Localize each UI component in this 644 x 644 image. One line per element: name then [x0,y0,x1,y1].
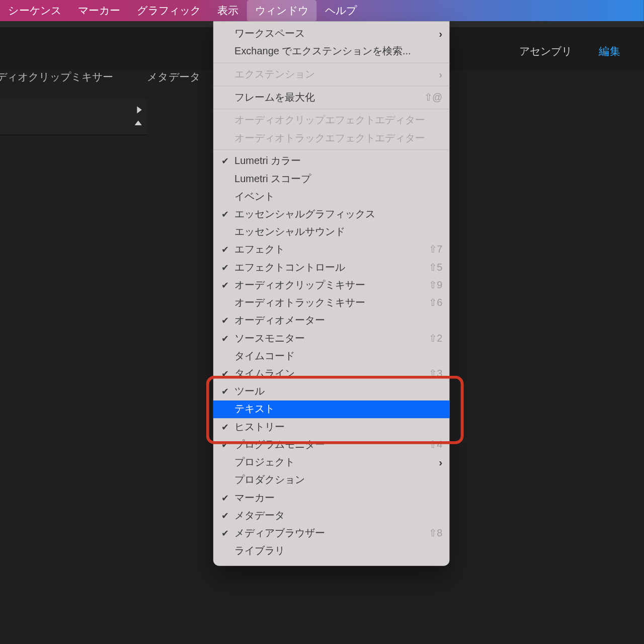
menu-item-label: オーディオメーター [234,315,325,326]
menu-item-label: タイムライン [234,368,295,379]
menu-shortcut: ⇧3 [429,365,443,383]
menu-item-label: テキスト [234,404,275,415]
menu-item-label: ツール [234,386,265,397]
menubar: シーケンス マーカー グラフィック 表示 ウィンドウ ヘルプ [0,0,644,21]
menu-item-label: ヒストリー [234,421,285,432]
check-icon: ✔ [221,276,229,294]
menu-shortcut: ⇧5 [429,259,443,276]
panel-tab-audio-clip-mixer[interactable]: ーディオクリップミキサー [0,70,113,84]
menu-item-markers[interactable]: ✔ マーカー [213,489,450,507]
chevron-right-icon: › [439,25,442,42]
menu-item-label: エッセンシャルサウンド [234,226,345,237]
check-icon: ✔ [221,383,229,400]
menu-item-history[interactable]: ✔ ヒストリー [213,418,450,436]
disclosure-up-icon[interactable] [135,120,142,125]
check-icon: ✔ [221,259,229,276]
menu-item-audio-track-effect-editor: オーディオトラックエフェクトエディター [213,129,450,147]
menu-item-maximize-frame[interactable]: フレームを最大化 ⇧@ [213,89,450,106]
check-icon: ✔ [221,206,229,223]
menu-item-label: オーディオトラックミキサー [234,297,365,308]
menu-item-metadata[interactable]: ✔ メタデータ [213,507,450,524]
menu-item-events[interactable]: イベント [213,188,450,205]
menu-item-label: メディアブラウザー [234,527,325,538]
menu-item-lumetri-color[interactable]: ✔ Lumetri カラー [213,152,450,170]
disclosure-right-icon[interactable] [137,106,141,113]
menu-item-label: エッセンシャルグラフィックス [234,208,375,219]
menu-shortcut: ⇧7 [429,241,443,259]
menu-item-library[interactable]: ライブラリ [213,542,450,560]
workspace-edit[interactable]: 編集 [599,44,620,58]
menu-item-text[interactable]: テキスト [213,400,450,418]
menu-separator [213,109,450,109]
menu-item-project[interactable]: プロジェクト › [213,454,450,471]
panel-tabs: ーディオクリップミキサー メタデータ [0,70,231,94]
menu-item-label: オーディオクリップミキサー [234,279,365,290]
menu-item-production[interactable]: プロダクション [213,471,450,489]
menu-item-timeline[interactable]: ✔ タイムライン ⇧3 [213,365,450,383]
menu-shortcut: ⇧2 [429,330,443,347]
panel-tab-metadata[interactable]: メタデータ [147,70,200,84]
menu-item-audio-clip-effect-editor: オーディオクリップエフェクトエディター [213,112,450,129]
menu-item-label: プログラムモニター [234,439,325,450]
check-icon: ✔ [221,489,229,507]
menu-item-label: プロダクション [234,474,305,486]
menu-item-search-extensions[interactable]: Exchange でエクステンションを検索... [213,43,450,60]
menu-item-label: Exchange でエクステンションを検索... [234,45,411,56]
menu-item-program-monitor[interactable]: ✔ プログラムモニター ⇧4 [213,436,450,453]
menu-shortcut: ⇧8 [429,525,443,542]
workspace-links: アセンブリ 編集 [519,44,644,58]
menu-item-audio-clip-mixer[interactable]: ✔ オーディオクリップミキサー ⇧9 [213,276,450,294]
chevron-right-icon: › [439,65,442,83]
menu-item-label: ソースモニター [234,333,305,344]
menu-graphic[interactable]: グラフィック [129,0,209,21]
menu-item-label: オーディオトラックエフェクトエディター [234,132,425,143]
check-icon: ✔ [221,241,229,259]
menu-item-label: タイムコード [234,350,295,361]
check-icon: ✔ [221,418,229,436]
menu-item-timecode[interactable]: タイムコード [213,347,450,365]
menu-view[interactable]: 表示 [209,0,247,21]
menu-separator [213,86,450,86]
menu-window[interactable]: ウィンドウ [247,0,317,21]
menu-shortcut: ⇧4 [429,436,443,453]
menu-item-audio-track-mixer[interactable]: オーディオトラックミキサー ⇧6 [213,294,450,312]
check-icon: ✔ [221,152,229,170]
menu-item-lumetri-scope[interactable]: Lumetri スコープ [213,170,450,188]
menu-help[interactable]: ヘルプ [316,0,365,21]
menu-item-label: Lumetri スコープ [234,173,311,184]
chevron-right-icon: › [439,454,442,471]
workspace-assembly[interactable]: アセンブリ [519,44,573,58]
menu-item-media-browser[interactable]: ✔ メディアブラウザー ⇧8 [213,525,450,542]
window-dropdown: ワークスペース › Exchange でエクステンションを検索... エクステン… [213,21,450,566]
check-icon: ✔ [221,436,229,453]
menu-item-label: プロジェクト [234,457,295,468]
menu-shortcut: ⇧9 [429,276,443,294]
menu-item-audio-meter[interactable]: ✔ オーディオメーター [213,312,450,330]
menu-item-label: オーディオクリップエフェクトエディター [234,115,425,126]
menu-item-source-monitor[interactable]: ✔ ソースモニター ⇧2 [213,330,450,347]
menu-item-label: Lumetri カラー [234,155,301,167]
menu-separator [213,149,450,150]
menu-item-label: メタデータ [234,510,285,521]
menu-item-essential-graphics[interactable]: ✔ エッセンシャルグラフィックス [213,206,450,223]
menu-item-label: フレームを最大化 [234,92,315,103]
menu-item-effect-controls[interactable]: ✔ エフェクトコントロール ⇧5 [213,259,450,276]
check-icon: ✔ [221,525,229,542]
menu-item-tools[interactable]: ✔ ツール [213,383,450,400]
menu-item-label: マーカー [234,492,275,503]
menu-item-essential-sound[interactable]: エッセンシャルサウンド [213,223,450,241]
menu-sequence[interactable]: シーケンス [0,0,70,21]
menu-item-label: ワークスペース [234,28,305,39]
check-icon: ✔ [221,507,229,524]
check-icon: ✔ [221,312,229,330]
menu-item-workspace[interactable]: ワークスペース › [213,25,450,42]
menu-item-extensions: エクステンション › [213,65,450,83]
check-icon: ✔ [221,365,229,383]
sub-panel [0,99,148,135]
menu-item-label: ライブラリ [234,545,285,556]
menu-item-effects[interactable]: ✔ エフェクト ⇧7 [213,241,450,259]
menu-marker[interactable]: マーカー [70,0,129,21]
menu-shortcut: ⇧6 [429,294,443,312]
menu-separator [213,62,450,63]
menu-item-label: エクステンション [234,68,315,79]
